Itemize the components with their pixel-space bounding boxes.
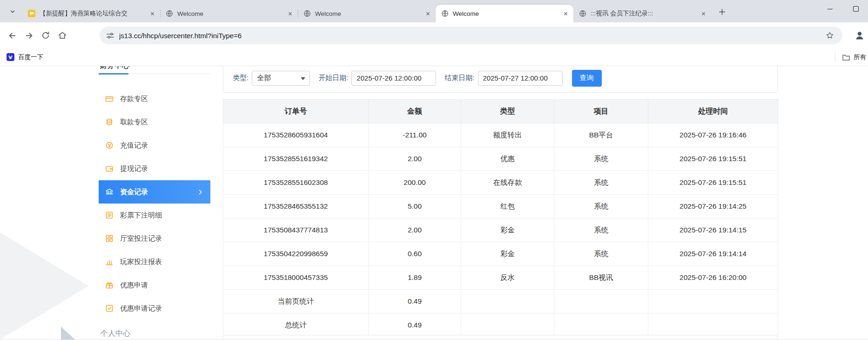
- start-date-label: 开始日期:: [318, 74, 348, 82]
- globe-favicon-icon: [166, 10, 173, 17]
- sidebar-item-label: 充值记录: [120, 141, 148, 150]
- table-cell: -211.00: [369, 123, 461, 147]
- type-select[interactable]: 全部: [252, 71, 310, 86]
- bookmark-star-button[interactable]: [824, 29, 836, 41]
- browser-tab[interactable]: :::视讯 会员下注纪录:::: [573, 5, 711, 22]
- table-cell: BB平台: [554, 123, 648, 147]
- table-cell: [461, 313, 554, 337]
- new-tab-button[interactable]: [715, 5, 729, 19]
- records-table: 订单号金额类型项目处理时间 1753528605931604-211.00额度转…: [223, 99, 778, 337]
- select-caret-icon: [301, 77, 305, 80]
- browser-tab[interactable]: Welcome: [160, 5, 298, 22]
- table-cell: 优惠: [461, 147, 554, 171]
- table-cell: 额度转出: [461, 123, 554, 147]
- tab-close-button[interactable]: [699, 9, 707, 18]
- close-icon: [425, 11, 431, 16]
- sidebar-item-recharge-coin[interactable]: 充值记录: [99, 134, 210, 157]
- url-bar[interactable]: js13.cc/hhcp/usercenter.html?iniType=6: [100, 27, 842, 44]
- sidebar-item-cashout-wallet[interactable]: 提现记录: [99, 157, 210, 180]
- tab-close-button[interactable]: [148, 9, 156, 18]
- search-button[interactable]: 查询: [572, 70, 602, 87]
- table-cell: 系统: [554, 147, 648, 171]
- start-date-input[interactable]: [351, 71, 436, 86]
- table-cell: 5.00: [369, 195, 461, 218]
- back-button[interactable]: [4, 27, 20, 44]
- tab-close-button[interactable]: [561, 9, 570, 18]
- lottery-list-icon: [105, 211, 114, 219]
- sidebar-item-hall-grid[interactable]: 厅室投注记录: [99, 227, 210, 250]
- close-icon: [563, 11, 568, 16]
- tab-close-button[interactable]: [286, 9, 294, 18]
- table-row: 17535285516193422.00优惠系统2025-07-26 19:15…: [223, 147, 778, 171]
- home-button[interactable]: [54, 27, 71, 44]
- table-cell: 2025-07-26 19:15:51: [648, 171, 778, 195]
- column-header: 项目: [554, 100, 648, 123]
- person-icon: [854, 30, 865, 41]
- arrow-left-icon: [8, 31, 17, 40]
- sidebar-item-deposit-card[interactable]: 存款专区: [99, 87, 210, 110]
- tab-search-button[interactable]: [6, 5, 20, 19]
- sidebar-item-label: 资金记录: [120, 188, 148, 197]
- close-icon: [288, 11, 293, 16]
- site-settings-icon: [106, 32, 114, 40]
- sidebar-item-lottery-list[interactable]: 彩票下注明细: [99, 204, 210, 227]
- sidebar-item-label: 优惠申请: [120, 281, 148, 290]
- table-cell: 系统: [554, 195, 648, 218]
- end-date-label: 结束日期:: [444, 74, 474, 82]
- table-cell: 在线存款: [461, 171, 554, 195]
- profile-avatar[interactable]: [852, 28, 867, 43]
- tab-title: :::视讯 会员下注纪录:::: [591, 9, 699, 18]
- sidebar-item-label: 存款专区: [120, 95, 148, 103]
- column-header: 订单号: [223, 100, 369, 123]
- sidebar-section-finance-label: 财务中心: [100, 66, 129, 69]
- table-row: 1753528551602308200.00在线存款系统2025-07-26 1…: [223, 171, 778, 195]
- browser-tab[interactable]: Welcome: [298, 5, 436, 22]
- tab-title: Welcome: [177, 10, 286, 17]
- table-cell: 彩金: [461, 242, 554, 266]
- sidebar-item-funds-bank[interactable]: 资金记录: [99, 180, 210, 204]
- table-cell: 2025-07-26 19:14:15: [648, 218, 778, 242]
- close-icon: [701, 11, 706, 16]
- reload-button[interactable]: [37, 27, 54, 44]
- table-cell: 当前页统计: [223, 290, 369, 313]
- sidebar-item-label: 彩票下注明细: [120, 211, 162, 220]
- table-cell: 2025-07-26 19:15:51: [648, 147, 778, 171]
- column-header: 类型: [461, 100, 554, 123]
- sidebar-item-promo-list[interactable]: 优惠申请记录: [99, 297, 210, 320]
- tab-strip: 【新提醒】海燕策略论坛综合交 Welcome Welcome Welcome: [0, 0, 868, 22]
- sidebar-item-label: 厅室投注记录: [120, 234, 162, 243]
- tab-list: 【新提醒】海燕策略论坛综合交 Welcome Welcome Welcome: [22, 0, 711, 22]
- records-table-container: 订单号金额类型项目处理时间 1753528605931604-211.00额度转…: [223, 99, 778, 337]
- reload-icon: [41, 31, 50, 40]
- sidebar-menu: 存款专区 取款专区 充值记录 提现记录 资金记录 彩票下注明细: [99, 87, 210, 320]
- table-cell: 系统: [554, 218, 648, 242]
- table-cell: 1753528465355132: [223, 195, 369, 218]
- table-cell: 反水: [461, 266, 554, 290]
- table-cell: 2.00: [369, 147, 461, 171]
- promo-gift-icon: [105, 281, 114, 289]
- all-bookmarks-button[interactable]: 所有: [842, 53, 866, 61]
- sidebar-item-promo-gift[interactable]: 优惠申请: [99, 273, 210, 297]
- sidebar-item-report-chart[interactable]: 玩家投注报表: [99, 250, 210, 273]
- table-cell: 1753528551619342: [223, 147, 369, 171]
- end-date-input[interactable]: [478, 71, 563, 86]
- sidebar-item-label: 优惠申请记录: [120, 304, 162, 313]
- browser-tab[interactable]: Welcome: [436, 5, 573, 22]
- table-cell: 2025-07-26 19:14:14: [648, 242, 778, 266]
- window-maximize-button[interactable]: [843, 0, 868, 18]
- table-cell: 1753528551602308: [223, 171, 369, 195]
- table-cell: [554, 290, 648, 313]
- table-cell: BB视讯: [554, 266, 648, 290]
- table-row: 17535042209986590.60彩金系统2025-07-26 19:14…: [223, 242, 778, 266]
- bookmark-item-baidu[interactable]: 百度一下: [7, 53, 43, 61]
- sidebar-item-withdraw-coins[interactable]: 取款专区: [99, 110, 210, 134]
- withdraw-coins-icon: [105, 118, 114, 126]
- browser-tab[interactable]: 【新提醒】海燕策略论坛综合交: [22, 5, 160, 22]
- chevron-right-icon: [197, 189, 204, 196]
- table-cell: [554, 313, 648, 337]
- url-text: js13.cc/hhcp/usercenter.html?iniType=6: [119, 32, 824, 40]
- table-cell: 2025-07-26 16:20:00: [648, 266, 778, 290]
- forward-button[interactable]: [20, 27, 37, 44]
- window-minimize-button[interactable]: [817, 0, 843, 18]
- tab-close-button[interactable]: [424, 9, 432, 18]
